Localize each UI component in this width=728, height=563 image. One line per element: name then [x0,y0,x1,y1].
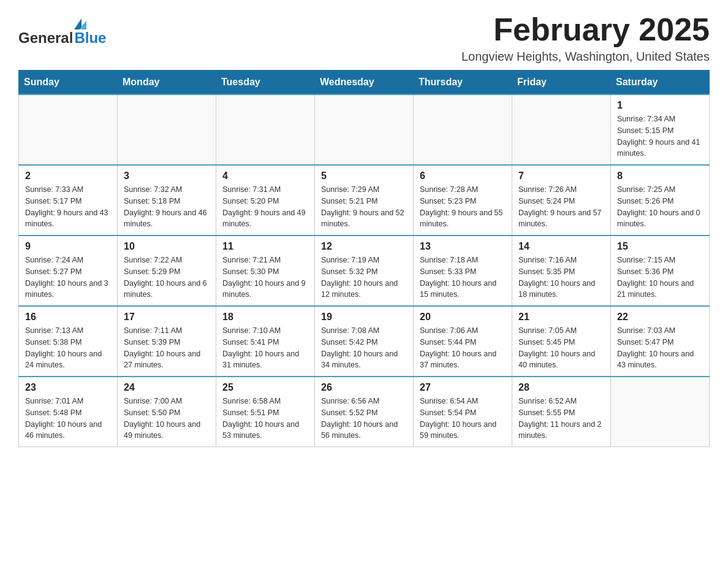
calendar-cell [118,94,216,165]
calendar-week-2: 2Sunrise: 7:33 AMSunset: 5:17 PMDaylight… [19,165,710,236]
calendar-cell [315,94,414,165]
day-number: 27 [420,382,506,393]
calendar-header-sunday: Sunday [19,71,118,95]
day-info: Sunrise: 7:16 AMSunset: 5:35 PMDaylight:… [518,255,604,301]
day-number: 28 [518,382,604,393]
calendar-cell: 7Sunrise: 7:26 AMSunset: 5:24 PMDaylight… [512,165,611,236]
day-number: 9 [25,241,111,252]
day-info: Sunrise: 7:32 AMSunset: 5:18 PMDaylight:… [124,184,210,230]
day-number: 23 [25,382,111,393]
day-info: Sunrise: 7:06 AMSunset: 5:44 PMDaylight:… [420,325,506,371]
day-info: Sunrise: 7:34 AMSunset: 5:15 PMDaylight:… [617,113,703,159]
calendar-cell [414,94,512,165]
calendar-header-saturday: Saturday [611,71,710,95]
day-info: Sunrise: 7:00 AMSunset: 5:50 PMDaylight:… [124,396,210,442]
calendar-cell: 19Sunrise: 7:08 AMSunset: 5:42 PMDayligh… [315,306,414,377]
calendar-cell: 14Sunrise: 7:16 AMSunset: 5:35 PMDayligh… [512,236,611,306]
calendar-cell: 20Sunrise: 7:06 AMSunset: 5:44 PMDayligh… [414,306,512,377]
day-number: 22 [617,312,703,323]
day-number: 16 [25,312,111,323]
calendar-cell: 15Sunrise: 7:15 AMSunset: 5:36 PMDayligh… [611,236,710,306]
day-number: 24 [124,382,210,393]
day-number: 15 [617,241,703,252]
calendar-cell: 1Sunrise: 7:34 AMSunset: 5:15 PMDaylight… [611,94,710,165]
day-info: Sunrise: 6:58 AMSunset: 5:51 PMDaylight:… [222,396,308,442]
day-info: Sunrise: 7:28 AMSunset: 5:23 PMDaylight:… [420,184,506,230]
day-number: 12 [321,241,407,252]
calendar-cell: 11Sunrise: 7:21 AMSunset: 5:30 PMDayligh… [216,236,315,306]
logo: General Blue [18,12,106,47]
day-number: 3 [124,170,210,182]
logo-triangle-light [79,21,86,29]
calendar-cell: 24Sunrise: 7:00 AMSunset: 5:50 PMDayligh… [118,377,216,447]
calendar-cell: 25Sunrise: 6:58 AMSunset: 5:51 PMDayligh… [216,377,315,447]
day-number: 7 [518,170,604,182]
day-info: Sunrise: 7:18 AMSunset: 5:33 PMDaylight:… [420,255,506,301]
calendar-header-thursday: Thursday [414,71,512,95]
day-info: Sunrise: 7:25 AMSunset: 5:26 PMDaylight:… [617,184,703,230]
calendar-week-4: 16Sunrise: 7:13 AMSunset: 5:38 PMDayligh… [19,306,710,377]
calendar-cell: 27Sunrise: 6:54 AMSunset: 5:54 PMDayligh… [414,377,512,447]
calendar-cell: 28Sunrise: 6:52 AMSunset: 5:55 PMDayligh… [512,377,611,447]
day-info: Sunrise: 7:21 AMSunset: 5:30 PMDaylight:… [222,255,308,301]
calendar-header-tuesday: Tuesday [216,71,315,95]
calendar-cell: 26Sunrise: 6:56 AMSunset: 5:52 PMDayligh… [315,377,414,447]
calendar-cell: 13Sunrise: 7:18 AMSunset: 5:33 PMDayligh… [414,236,512,306]
day-number: 21 [518,312,604,323]
calendar-header-monday: Monday [118,71,216,95]
logo-general-text: General [18,29,73,47]
calendar-cell: 4Sunrise: 7:31 AMSunset: 5:20 PMDaylight… [216,165,315,236]
calendar-cell: 8Sunrise: 7:25 AMSunset: 5:26 PMDaylight… [611,165,710,236]
day-number: 13 [420,241,506,252]
day-number: 4 [222,170,308,182]
day-number: 25 [222,382,308,393]
calendar-cell [216,94,315,165]
calendar-table: SundayMondayTuesdayWednesdayThursdayFrid… [18,70,710,447]
calendar-cell: 10Sunrise: 7:22 AMSunset: 5:29 PMDayligh… [118,236,216,306]
day-info: Sunrise: 7:33 AMSunset: 5:17 PMDaylight:… [25,184,111,230]
day-info: Sunrise: 7:19 AMSunset: 5:32 PMDaylight:… [321,255,407,301]
calendar-week-3: 9Sunrise: 7:24 AMSunset: 5:27 PMDaylight… [19,236,710,306]
calendar-cell [19,94,118,165]
calendar-week-5: 23Sunrise: 7:01 AMSunset: 5:48 PMDayligh… [19,377,710,447]
calendar-cell [512,94,611,165]
day-number: 18 [222,312,308,323]
calendar-cell [611,377,710,447]
day-info: Sunrise: 7:11 AMSunset: 5:39 PMDaylight:… [124,325,210,371]
day-info: Sunrise: 7:29 AMSunset: 5:21 PMDaylight:… [321,184,407,230]
day-info: Sunrise: 7:26 AMSunset: 5:24 PMDaylight:… [518,184,604,230]
day-number: 2 [25,170,111,182]
day-info: Sunrise: 6:54 AMSunset: 5:54 PMDaylight:… [420,396,506,442]
day-number: 8 [617,170,703,182]
day-info: Sunrise: 6:56 AMSunset: 5:52 PMDaylight:… [321,396,407,442]
day-number: 11 [222,241,308,252]
calendar-header-friday: Friday [512,71,611,95]
day-number: 20 [420,312,506,323]
day-info: Sunrise: 7:24 AMSunset: 5:27 PMDaylight:… [25,255,111,301]
logo-triangles [74,18,86,29]
calendar-week-1: 1Sunrise: 7:34 AMSunset: 5:15 PMDaylight… [19,94,710,165]
month-title: February 2025 [461,12,710,47]
day-number: 6 [420,170,506,182]
calendar-cell: 5Sunrise: 7:29 AMSunset: 5:21 PMDaylight… [315,165,414,236]
day-info: Sunrise: 7:13 AMSunset: 5:38 PMDaylight:… [25,325,111,371]
day-info: Sunrise: 6:52 AMSunset: 5:55 PMDaylight:… [518,396,604,442]
day-number: 19 [321,312,407,323]
calendar-cell: 22Sunrise: 7:03 AMSunset: 5:47 PMDayligh… [611,306,710,377]
calendar-cell: 6Sunrise: 7:28 AMSunset: 5:23 PMDaylight… [414,165,512,236]
calendar-cell: 16Sunrise: 7:13 AMSunset: 5:38 PMDayligh… [19,306,118,377]
location-title: Longview Heights, Washington, United Sta… [461,50,710,64]
day-number: 10 [124,241,210,252]
calendar-cell: 23Sunrise: 7:01 AMSunset: 5:48 PMDayligh… [19,377,118,447]
day-info: Sunrise: 7:31 AMSunset: 5:20 PMDaylight:… [222,184,308,230]
day-info: Sunrise: 7:22 AMSunset: 5:29 PMDaylight:… [124,255,210,301]
day-number: 1 [617,100,703,111]
day-info: Sunrise: 7:05 AMSunset: 5:45 PMDaylight:… [518,325,604,371]
day-info: Sunrise: 7:03 AMSunset: 5:47 PMDaylight:… [617,325,703,371]
day-number: 5 [321,170,407,182]
calendar-header-row: SundayMondayTuesdayWednesdayThursdayFrid… [19,71,710,95]
calendar-cell: 18Sunrise: 7:10 AMSunset: 5:41 PMDayligh… [216,306,315,377]
day-info: Sunrise: 7:15 AMSunset: 5:36 PMDaylight:… [617,255,703,301]
logo-blue-section: Blue [74,18,106,47]
day-info: Sunrise: 7:01 AMSunset: 5:48 PMDaylight:… [25,396,111,442]
